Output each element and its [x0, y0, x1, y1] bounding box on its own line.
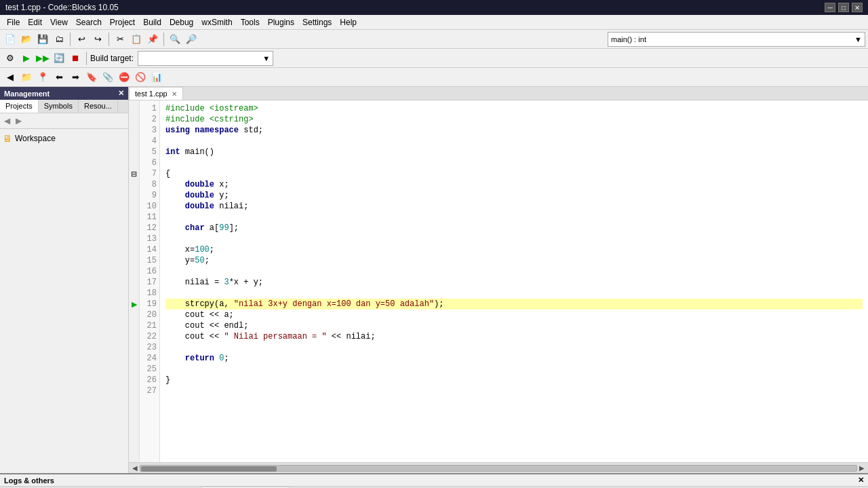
tab-label: test 1.cpp — [135, 90, 167, 98]
menu-tools[interactable]: Tools — [237, 16, 264, 29]
menu-file[interactable]: File — [3, 16, 24, 29]
ln-23: 23 — [140, 342, 157, 353]
gutter-5 — [129, 147, 139, 157]
paste-button[interactable]: 📌 — [145, 32, 160, 47]
tab-close-icon[interactable]: ✕ — [172, 90, 177, 98]
find-button[interactable]: 🔍 — [167, 32, 182, 47]
code-line-17: nilai = 3*x + y; — [165, 277, 863, 288]
jump-fwd-button[interactable]: ➡ — [68, 70, 83, 85]
code-line-6 — [165, 157, 863, 168]
ln-22: 22 — [140, 331, 157, 342]
ln-27: 27 — [140, 386, 157, 396]
abort-button[interactable]: 🚫 — [133, 70, 148, 85]
gutter-8 — [129, 179, 139, 190]
menu-search[interactable]: Search — [72, 16, 106, 29]
copy-button[interactable]: 📋 — [129, 32, 144, 47]
bookmark-next-button[interactable]: 📎 — [100, 70, 115, 85]
code-line-21: cout << endl; — [165, 320, 863, 331]
gutter-21 — [129, 320, 139, 331]
undo-button[interactable]: ↩ — [74, 32, 89, 47]
sidebar-tab-projects[interactable]: Projects — [0, 100, 39, 113]
gutter-15 — [129, 255, 139, 266]
close-bottom-icon[interactable]: ✕ — [858, 476, 864, 485]
scroll-left-icon[interactable]: ◀ — [130, 464, 140, 472]
menu-settings[interactable]: Settings — [298, 16, 336, 29]
gutter-20 — [129, 309, 139, 320]
workspace-item[interactable]: 🖥 Workspace — [3, 132, 125, 145]
code-lines-wrapper[interactable]: ⊟ ▶ — [129, 100, 868, 462]
toolbar-sep-3 — [163, 33, 164, 46]
menu-debug[interactable]: Debug — [165, 16, 197, 29]
gutter-17 — [129, 277, 139, 288]
h-scrollbar[interactable]: ◀ ▶ — [129, 462, 868, 473]
build-run-button[interactable]: ▶▶ — [35, 51, 50, 66]
menu-view[interactable]: View — [46, 16, 72, 29]
function-dropdown[interactable]: main() : int ▼ — [608, 32, 865, 47]
code-line-10: double nilai; — [165, 201, 863, 212]
ln-19: 19 — [140, 299, 157, 309]
sidebar-title: Management — [4, 90, 50, 98]
chevron-down-icon: ▼ — [854, 35, 862, 43]
gutter-19: ▶ — [129, 299, 139, 309]
build-target-dropdown[interactable]: ▼ — [138, 51, 273, 66]
code-line-26: } — [165, 375, 863, 386]
open-button[interactable]: 📂 — [19, 32, 34, 47]
save-button[interactable]: 💾 — [35, 32, 50, 47]
close-sidebar-icon[interactable]: ✕ — [118, 89, 124, 98]
sidebar-nav: ◀ ▶ — [0, 113, 128, 129]
prev-error-button[interactable]: ◀ — [3, 70, 18, 85]
sidebar-header: Management ✕ — [0, 87, 128, 100]
code-editor[interactable]: #include <iostream> #include <cstring> u… — [160, 100, 868, 462]
build-workspace-button[interactable]: ⚙ — [3, 51, 18, 66]
bottom-panel-header: Logs & others ✕ — [0, 474, 868, 487]
minimize-button[interactable]: ─ — [825, 3, 835, 12]
sidebar-tab-resources[interactable]: Resou... — [79, 100, 118, 113]
scroll-right-icon[interactable]: ▶ — [857, 464, 867, 472]
gutter-23 — [129, 342, 139, 353]
gutter-16 — [129, 266, 139, 277]
workspace-label: Workspace — [15, 134, 56, 143]
redo-button[interactable]: ↪ — [90, 32, 105, 47]
code-line-27 — [165, 386, 863, 396]
jump-back-button[interactable]: ⬅ — [52, 70, 66, 85]
menu-project[interactable]: Project — [106, 16, 139, 29]
menu-help[interactable]: Help — [336, 16, 361, 29]
nav-fwd-icon[interactable]: ▶ — [13, 115, 24, 127]
editor-tab-test1cpp[interactable]: test 1.cpp ✕ — [129, 87, 183, 100]
misc-button[interactable]: 📊 — [149, 70, 164, 85]
menu-build[interactable]: Build — [139, 16, 165, 29]
gutter-24 — [129, 353, 139, 364]
bookmark-prev-button[interactable]: 🔖 — [84, 70, 99, 85]
code-area: test 1.cpp ✕ ⊟ — [129, 87, 868, 473]
maximize-button[interactable]: □ — [838, 3, 849, 12]
ln-10: 10 — [140, 201, 157, 212]
ln-11: 11 — [140, 212, 157, 223]
run-button[interactable]: ▶ — [19, 51, 34, 66]
editor-wrapper: ⊟ ▶ — [129, 100, 868, 473]
close-button[interactable]: ✕ — [852, 3, 863, 12]
gutter-13 — [129, 233, 139, 244]
ln-14: 14 — [140, 244, 157, 255]
code-line-12: char a[99]; — [165, 223, 863, 233]
ln-21: 21 — [140, 320, 157, 331]
goto-project-button[interactable]: 📁 — [19, 70, 34, 85]
stop-build-button[interactable]: ⏹ — [68, 51, 83, 66]
code-line-18 — [165, 288, 863, 299]
stop-button[interactable]: ⛔ — [117, 70, 132, 85]
new-button[interactable]: 📄 — [3, 32, 18, 47]
gutter-9 — [129, 190, 139, 201]
goto-button[interactable]: 📍 — [35, 70, 50, 85]
h-scroll-track[interactable] — [140, 465, 857, 472]
toolbar1: 📄 📂 💾 🗂 ↩ ↪ ✂ 📋 📌 🔍 🔎 main() : int ▼ — [0, 30, 868, 49]
sidebar-tab-symbols[interactable]: Symbols — [39, 100, 79, 113]
find-replace-button[interactable]: 🔎 — [184, 32, 199, 47]
h-scroll-thumb[interactable] — [141, 466, 277, 472]
cut-button[interactable]: ✂ — [113, 32, 127, 47]
rebuild-button[interactable]: 🔄 — [52, 51, 66, 66]
menu-plugins[interactable]: Plugins — [264, 16, 298, 29]
menu-wxsmith[interactable]: wxSmith — [197, 16, 236, 29]
code-line-1: #include <iostream> — [165, 103, 863, 114]
save-all-button[interactable]: 🗂 — [52, 32, 66, 47]
nav-back-icon[interactable]: ◀ — [1, 115, 13, 127]
menu-edit[interactable]: Edit — [24, 16, 46, 29]
